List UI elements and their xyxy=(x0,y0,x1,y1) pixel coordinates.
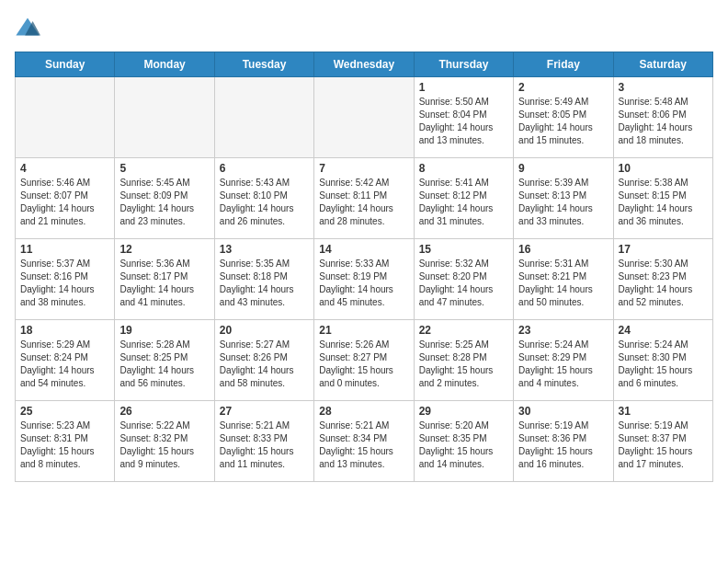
day-info: Sunrise: 5:28 AM Sunset: 8:25 PM Dayligh… xyxy=(119,339,209,390)
calendar-cell: 14Sunrise: 5:33 AM Sunset: 8:19 PM Dayli… xyxy=(314,239,414,320)
calendar-cell: 4Sunrise: 5:46 AM Sunset: 8:07 PM Daylig… xyxy=(16,158,115,239)
calendar-cell: 31Sunrise: 5:19 AM Sunset: 8:37 PM Dayli… xyxy=(613,401,712,482)
week-row-5: 25Sunrise: 5:23 AM Sunset: 8:31 PM Dayli… xyxy=(16,401,713,482)
day-info: Sunrise: 5:37 AM Sunset: 8:16 PM Dayligh… xyxy=(20,258,109,309)
day-info: Sunrise: 5:20 AM Sunset: 8:35 PM Dayligh… xyxy=(419,419,508,471)
calendar-cell: 7Sunrise: 5:42 AM Sunset: 8:11 PM Daylig… xyxy=(314,158,414,239)
calendar-cell: 13Sunrise: 5:35 AM Sunset: 8:18 PM Dayli… xyxy=(214,239,313,320)
calendar-cell: 21Sunrise: 5:26 AM Sunset: 8:27 PM Dayli… xyxy=(314,320,414,401)
calendar-cell: 22Sunrise: 5:25 AM Sunset: 8:28 PM Dayli… xyxy=(414,320,513,401)
day-header-friday: Friday xyxy=(514,52,613,77)
day-number: 3 xyxy=(619,81,708,94)
day-info: Sunrise: 5:24 AM Sunset: 8:29 PM Dayligh… xyxy=(518,339,608,390)
day-number: 27 xyxy=(220,405,309,418)
day-info: Sunrise: 5:46 AM Sunset: 8:07 PM Dayligh… xyxy=(20,177,109,228)
day-number: 29 xyxy=(419,405,508,418)
calendar-cell: 12Sunrise: 5:36 AM Sunset: 8:17 PM Dayli… xyxy=(115,239,214,320)
day-number: 23 xyxy=(518,324,608,337)
day-number: 16 xyxy=(518,243,608,256)
calendar-cell: 24Sunrise: 5:24 AM Sunset: 8:30 PM Dayli… xyxy=(613,320,712,401)
calendar-cell: 16Sunrise: 5:31 AM Sunset: 8:21 PM Dayli… xyxy=(514,239,613,320)
day-header-tuesday: Tuesday xyxy=(214,52,313,77)
day-info: Sunrise: 5:26 AM Sunset: 8:27 PM Dayligh… xyxy=(319,339,408,390)
calendar-cell: 3Sunrise: 5:48 AM Sunset: 8:06 PM Daylig… xyxy=(613,77,712,158)
day-header-wednesday: Wednesday xyxy=(314,52,414,77)
calendar-cell: 26Sunrise: 5:22 AM Sunset: 8:32 PM Dayli… xyxy=(115,401,214,482)
day-header-monday: Monday xyxy=(115,52,214,77)
day-number: 12 xyxy=(119,243,209,256)
day-info: Sunrise: 5:19 AM Sunset: 8:36 PM Dayligh… xyxy=(518,419,608,471)
calendar-cell: 5Sunrise: 5:45 AM Sunset: 8:09 PM Daylig… xyxy=(115,158,214,239)
calendar-cell: 25Sunrise: 5:23 AM Sunset: 8:31 PM Dayli… xyxy=(16,401,115,482)
day-number: 10 xyxy=(619,162,708,175)
day-info: Sunrise: 5:32 AM Sunset: 8:20 PM Dayligh… xyxy=(419,258,508,309)
calendar-cell: 19Sunrise: 5:28 AM Sunset: 8:25 PM Dayli… xyxy=(115,320,214,401)
calendar-header-row: SundayMondayTuesdayWednesdayThursdayFrid… xyxy=(16,52,713,77)
day-info: Sunrise: 5:25 AM Sunset: 8:28 PM Dayligh… xyxy=(419,339,508,390)
calendar-cell: 29Sunrise: 5:20 AM Sunset: 8:35 PM Dayli… xyxy=(414,401,513,482)
day-number: 26 xyxy=(119,405,209,418)
calendar-cell: 1Sunrise: 5:50 AM Sunset: 8:04 PM Daylig… xyxy=(414,77,513,158)
day-info: Sunrise: 5:48 AM Sunset: 8:06 PM Dayligh… xyxy=(619,96,708,147)
calendar-cell xyxy=(115,77,214,158)
day-number: 18 xyxy=(20,324,109,337)
calendar-cell xyxy=(314,77,414,158)
day-number: 2 xyxy=(518,81,608,94)
day-number: 5 xyxy=(119,162,209,175)
day-info: Sunrise: 5:21 AM Sunset: 8:33 PM Dayligh… xyxy=(220,419,309,471)
logo-icon xyxy=(15,15,40,40)
calendar-cell: 2Sunrise: 5:49 AM Sunset: 8:05 PM Daylig… xyxy=(514,77,613,158)
day-number: 13 xyxy=(220,243,309,256)
calendar-cell: 6Sunrise: 5:43 AM Sunset: 8:10 PM Daylig… xyxy=(214,158,313,239)
day-info: Sunrise: 5:19 AM Sunset: 8:37 PM Dayligh… xyxy=(619,419,708,471)
day-info: Sunrise: 5:36 AM Sunset: 8:17 PM Dayligh… xyxy=(119,258,209,309)
day-number: 1 xyxy=(419,81,508,94)
calendar-cell: 11Sunrise: 5:37 AM Sunset: 8:16 PM Dayli… xyxy=(16,239,115,320)
day-info: Sunrise: 5:31 AM Sunset: 8:21 PM Dayligh… xyxy=(518,258,608,309)
day-number: 7 xyxy=(319,162,408,175)
day-number: 24 xyxy=(619,324,708,337)
day-header-sunday: Sunday xyxy=(16,52,115,77)
calendar-cell: 17Sunrise: 5:30 AM Sunset: 8:23 PM Dayli… xyxy=(613,239,712,320)
day-number: 6 xyxy=(220,162,309,175)
day-info: Sunrise: 5:38 AM Sunset: 8:15 PM Dayligh… xyxy=(619,177,708,228)
day-number: 30 xyxy=(518,405,608,418)
day-info: Sunrise: 5:42 AM Sunset: 8:11 PM Dayligh… xyxy=(319,177,408,228)
day-number: 15 xyxy=(419,243,508,256)
calendar-table: SundayMondayTuesdayWednesdayThursdayFrid… xyxy=(15,52,713,482)
week-row-3: 11Sunrise: 5:37 AM Sunset: 8:16 PM Dayli… xyxy=(16,239,713,320)
calendar-cell xyxy=(16,77,115,158)
day-info: Sunrise: 5:27 AM Sunset: 8:26 PM Dayligh… xyxy=(220,339,309,390)
day-info: Sunrise: 5:21 AM Sunset: 8:34 PM Dayligh… xyxy=(319,419,408,471)
day-number: 25 xyxy=(20,405,109,418)
calendar-cell: 15Sunrise: 5:32 AM Sunset: 8:20 PM Dayli… xyxy=(414,239,513,320)
day-info: Sunrise: 5:35 AM Sunset: 8:18 PM Dayligh… xyxy=(220,258,309,309)
day-number: 20 xyxy=(220,324,309,337)
day-info: Sunrise: 5:43 AM Sunset: 8:10 PM Dayligh… xyxy=(220,177,309,228)
calendar-cell: 30Sunrise: 5:19 AM Sunset: 8:36 PM Dayli… xyxy=(514,401,613,482)
week-row-2: 4Sunrise: 5:46 AM Sunset: 8:07 PM Daylig… xyxy=(16,158,713,239)
calendar-cell: 8Sunrise: 5:41 AM Sunset: 8:12 PM Daylig… xyxy=(414,158,513,239)
day-number: 14 xyxy=(319,243,408,256)
day-info: Sunrise: 5:30 AM Sunset: 8:23 PM Dayligh… xyxy=(619,258,708,309)
day-number: 28 xyxy=(319,405,408,418)
week-row-4: 18Sunrise: 5:29 AM Sunset: 8:24 PM Dayli… xyxy=(16,320,713,401)
day-number: 9 xyxy=(518,162,608,175)
day-info: Sunrise: 5:39 AM Sunset: 8:13 PM Dayligh… xyxy=(518,177,608,228)
calendar-cell: 9Sunrise: 5:39 AM Sunset: 8:13 PM Daylig… xyxy=(514,158,613,239)
day-info: Sunrise: 5:22 AM Sunset: 8:32 PM Dayligh… xyxy=(119,419,209,471)
day-info: Sunrise: 5:29 AM Sunset: 8:24 PM Dayligh… xyxy=(20,339,109,390)
page-header xyxy=(15,15,713,40)
calendar-cell: 27Sunrise: 5:21 AM Sunset: 8:33 PM Dayli… xyxy=(214,401,313,482)
day-number: 22 xyxy=(419,324,508,337)
day-info: Sunrise: 5:50 AM Sunset: 8:04 PM Dayligh… xyxy=(419,96,508,147)
logo xyxy=(15,15,44,40)
day-number: 17 xyxy=(619,243,708,256)
day-info: Sunrise: 5:41 AM Sunset: 8:12 PM Dayligh… xyxy=(419,177,508,228)
day-info: Sunrise: 5:23 AM Sunset: 8:31 PM Dayligh… xyxy=(20,419,109,471)
day-info: Sunrise: 5:33 AM Sunset: 8:19 PM Dayligh… xyxy=(319,258,408,309)
day-header-thursday: Thursday xyxy=(414,52,513,77)
calendar-cell: 18Sunrise: 5:29 AM Sunset: 8:24 PM Dayli… xyxy=(16,320,115,401)
day-number: 19 xyxy=(119,324,209,337)
calendar-cell: 20Sunrise: 5:27 AM Sunset: 8:26 PM Dayli… xyxy=(214,320,313,401)
